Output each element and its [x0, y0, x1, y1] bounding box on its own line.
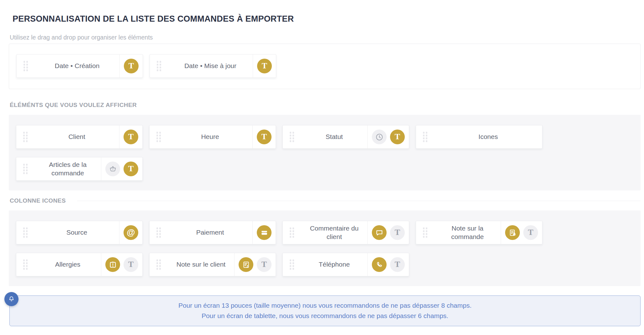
- icons-column-panel: Source @ Paiement Commentaire du client: [9, 210, 641, 286]
- selected-fields-row: Date • Création T Date • Mise à jour T: [16, 54, 633, 78]
- display-options: T: [367, 221, 409, 244]
- field-card-note-client[interactable]: Note sur le client T: [149, 253, 276, 276]
- field-card-allergies[interactable]: Allergies T: [16, 253, 143, 276]
- display-options: [252, 221, 276, 244]
- field-card-statut[interactable]: Statut T: [282, 125, 409, 149]
- text-format-badge[interactable]: T: [257, 59, 272, 73]
- order-note-icon[interactable]: [505, 225, 520, 240]
- text-format-badge[interactable]: T: [390, 225, 405, 240]
- text-format-badge[interactable]: T: [257, 130, 272, 144]
- client-note-icon[interactable]: [239, 257, 253, 272]
- drag-handle-icon[interactable]: [150, 253, 168, 276]
- text-format-badge[interactable]: T: [124, 257, 138, 272]
- chat-bubble-icon[interactable]: [372, 225, 387, 240]
- display-options: T: [234, 253, 276, 276]
- drag-handle-icon[interactable]: [150, 55, 168, 77]
- display-options: T: [501, 221, 542, 244]
- elements-cards: Client T Heure T Statut T: [16, 125, 633, 181]
- basket-icon[interactable]: [105, 162, 120, 176]
- display-options: T: [119, 125, 142, 148]
- alert-clipboard-icon[interactable]: [105, 257, 120, 272]
- field-card-date-creation[interactable]: Date • Création T: [16, 54, 143, 78]
- at-icon[interactable]: @: [124, 225, 138, 240]
- display-options: T: [253, 55, 276, 77]
- section-heading-elements: ÉLÉMÉNTS QUE VOUS VOULEZ AFFICHER: [10, 102, 641, 109]
- drag-handle-icon[interactable]: [150, 125, 168, 148]
- section-heading-colonne-icones: COLONNE ICONES: [10, 197, 641, 204]
- display-options: T: [252, 125, 276, 148]
- field-card-icones[interactable]: Icones: [416, 125, 542, 149]
- drag-handle-icon[interactable]: [16, 125, 34, 148]
- field-card-label: Téléphone: [301, 253, 367, 276]
- clock-icon[interactable]: [372, 130, 387, 144]
- page-subtitle: Utilisez le drag and drop pour organiser…: [10, 34, 641, 41]
- heading-divider-rule: [77, 201, 641, 201]
- field-card-label: Source: [34, 221, 119, 244]
- phone-icon[interactable]: [372, 257, 387, 272]
- text-format-badge[interactable]: T: [523, 225, 538, 240]
- elements-panel: Client T Heure T Statut T: [9, 115, 641, 190]
- text-format-badge[interactable]: T: [124, 59, 139, 73]
- field-card-label: Commentaire du client: [301, 221, 367, 244]
- display-options: T: [119, 55, 143, 77]
- field-card-source[interactable]: Source @: [16, 221, 143, 244]
- display-options: T: [101, 253, 142, 276]
- field-card-client[interactable]: Client T: [16, 125, 143, 149]
- field-card-label: Statut: [301, 125, 367, 148]
- drag-handle-icon[interactable]: [416, 221, 434, 244]
- field-card-label: Date • Mise à jour: [168, 55, 253, 77]
- field-card-commentaire-client[interactable]: Commentaire du client T: [282, 221, 409, 244]
- drag-handle-icon[interactable]: [150, 221, 168, 244]
- recommendation-line-2: Pour un écran de tablette, nous vous rec…: [19, 311, 631, 321]
- drag-handle-icon[interactable]: [283, 221, 301, 244]
- customization-page: PERSONNALISATION DE LA LISTE DES COMMAND…: [0, 0, 644, 326]
- drag-handle-icon[interactable]: [416, 125, 434, 148]
- text-format-badge[interactable]: T: [124, 130, 138, 144]
- drag-handle-icon[interactable]: [17, 55, 35, 77]
- field-card-label: Articles de la commande: [34, 157, 101, 180]
- text-format-badge[interactable]: T: [124, 162, 138, 176]
- field-card-label: Paiement: [168, 221, 252, 244]
- field-card-label: Allergies: [34, 253, 101, 276]
- field-card-label: Note sur la commande: [434, 221, 501, 244]
- display-options: T: [367, 253, 409, 276]
- field-card-label: Client: [34, 125, 119, 148]
- field-card-note-commande[interactable]: Note sur la commande T: [416, 221, 542, 244]
- selected-fields-dropzone: Date • Création T Date • Mise à jour T: [9, 44, 641, 89]
- page-title: PERSONNALISATION DE LA LISTE DES COMMAND…: [13, 14, 641, 24]
- drag-handle-icon[interactable]: [283, 253, 301, 276]
- icons-column-cards: Source @ Paiement Commentaire du client: [16, 221, 633, 276]
- display-options: T: [367, 125, 409, 148]
- text-format-badge[interactable]: T: [257, 257, 272, 272]
- credit-card-icon[interactable]: [257, 225, 272, 240]
- display-options: @: [119, 221, 142, 244]
- field-card-label: Icones: [434, 125, 542, 148]
- field-card-label: Heure: [168, 125, 252, 148]
- text-format-badge[interactable]: T: [390, 130, 405, 144]
- field-card-label: Note sur le client: [168, 253, 234, 276]
- drag-handle-icon[interactable]: [283, 125, 301, 148]
- field-card-telephone[interactable]: Téléphone T: [282, 253, 409, 276]
- text-format-badge[interactable]: T: [390, 257, 405, 272]
- field-card-articles-commande[interactable]: Articles de la commande T: [16, 157, 143, 181]
- display-options: T: [101, 157, 142, 180]
- field-card-heure[interactable]: Heure T: [149, 125, 276, 149]
- drag-handle-icon[interactable]: [16, 221, 34, 244]
- recommendation-line-1: Pour un écran 13 pouces (taille moyenne)…: [19, 300, 631, 311]
- drag-handle-icon[interactable]: [16, 253, 34, 276]
- drag-handle-icon[interactable]: [16, 157, 34, 180]
- recommendation-text: Pour un écran 13 pouces (taille moyenne)…: [9, 295, 641, 326]
- field-card-label: Date • Création: [35, 55, 119, 77]
- field-card-paiement[interactable]: Paiement: [149, 221, 276, 244]
- bell-icon: [4, 292, 18, 306]
- field-card-date-mise-a-jour[interactable]: Date • Mise à jour T: [150, 54, 276, 78]
- recommendation-banner: Pour un écran 13 pouces (taille moyenne)…: [9, 295, 641, 326]
